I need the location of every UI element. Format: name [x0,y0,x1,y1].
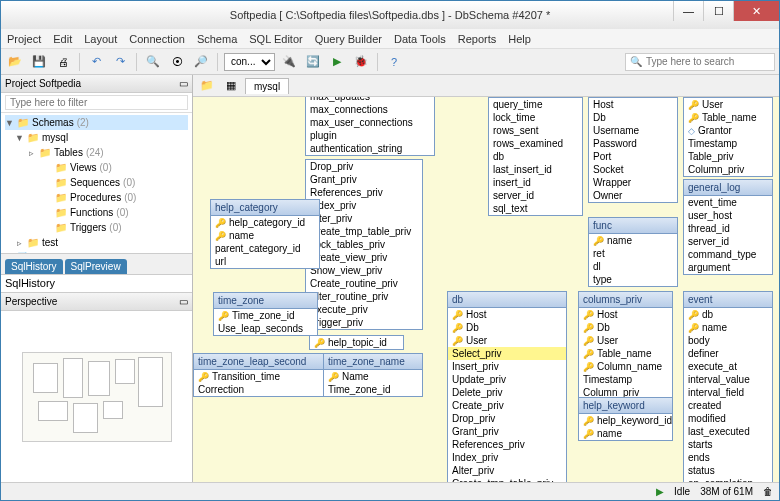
column-create_tmp_table_priv[interactable]: Create_tmp_table_priv [448,477,566,482]
menu-project[interactable]: Project [7,33,41,45]
menu-layout[interactable]: Layout [84,33,117,45]
menu-schema[interactable]: Schema [197,33,237,45]
column-drop_priv[interactable]: Drop_priv [448,412,566,425]
column-drop_priv[interactable]: Drop_priv [306,160,422,173]
column-dl[interactable]: dl [589,260,677,273]
table-header[interactable]: func [589,218,677,234]
column-rows_sent[interactable]: rows_sent [489,124,582,137]
connect-icon[interactable]: 🔌 [279,52,299,72]
column-grantor[interactable]: ◇Grantor [684,124,772,137]
debug-icon[interactable]: 🐞 [351,52,371,72]
table-header[interactable]: time_zone [214,293,317,309]
column-table_name[interactable]: 🔑Table_name [684,111,772,124]
redo-icon[interactable]: ↷ [110,52,130,72]
column-name[interactable]: 🔑name [589,234,677,247]
print-icon[interactable]: 🖨 [53,52,73,72]
table-time_zone[interactable]: time_zone🔑Time_zone_idUse_leap_seconds [213,292,318,336]
column-socket[interactable]: Socket [589,163,677,176]
column-argument[interactable]: argument [684,261,772,274]
menu-connection[interactable]: Connection [129,33,185,45]
column-max_user_connections[interactable]: max_user_connections [306,116,434,129]
table-t3[interactable]: query_timelock_timerows_sentrows_examine… [488,97,583,216]
perspective-minimap[interactable] [1,311,192,482]
column-parent_category_id[interactable]: parent_category_id [211,242,319,255]
column-timestamp[interactable]: Timestamp [684,137,772,150]
menu-sql-editor[interactable]: SQL Editor [249,33,302,45]
tab-sqlhistory[interactable]: SqlHistory [5,259,63,274]
table-t5[interactable]: 🔑User🔑Table_name◇GrantorTimestampTable_p… [683,97,773,177]
table-header[interactable]: help_category [211,200,319,216]
column-user[interactable]: 🔑User [684,98,772,111]
tab-mysql[interactable]: mysql [245,78,289,94]
table-help_category[interactable]: help_category🔑help_category_id🔑nameparen… [210,199,320,269]
column-definer[interactable]: definer [684,347,772,360]
table-header[interactable]: columns_priv [579,292,672,308]
zoom-out-icon[interactable]: 🔍 [143,52,163,72]
column-wrapper[interactable]: Wrapper [589,176,677,189]
minimize-button[interactable]: — [673,1,703,21]
column-help_category_id[interactable]: 🔑help_category_id [211,216,319,229]
column-password[interactable]: Password [589,137,677,150]
column-status[interactable]: status [684,464,772,477]
column-create_tmp_table_priv[interactable]: Create_tmp_table_priv [306,225,422,238]
column-grant_priv[interactable]: Grant_priv [306,173,422,186]
column-name[interactable]: 🔑name [684,321,772,334]
column-update_priv[interactable]: Update_priv [448,373,566,386]
column-references_priv[interactable]: References_priv [448,438,566,451]
column-body[interactable]: body [684,334,772,347]
menu-help[interactable]: Help [508,33,531,45]
column-created[interactable]: created [684,399,772,412]
column-user[interactable]: 🔑User [579,334,672,347]
diagram-canvas[interactable]: max_updatesmax_connectionsmax_user_conne… [193,97,779,482]
column-alter_routine_priv[interactable]: Alter_routine_priv [306,290,422,303]
table-header[interactable]: time_zone_name [324,354,422,370]
table-header[interactable]: db [448,292,566,308]
column-last_insert_id[interactable]: last_insert_id [489,163,582,176]
column-lock_tables_priv[interactable]: Lock_tables_priv [306,238,422,251]
table-t1[interactable]: max_updatesmax_connectionsmax_user_conne… [305,97,435,156]
column-max_connections[interactable]: max_connections [306,103,434,116]
menu-reports[interactable]: Reports [458,33,497,45]
column-authentication_string[interactable]: authentication_string [306,142,434,155]
column-insert_id[interactable]: insert_id [489,176,582,189]
column-insert_priv[interactable]: Insert_priv [448,360,566,373]
column-db[interactable]: 🔑db [684,308,772,321]
column-rows_examined[interactable]: rows_examined [489,137,582,150]
column-thread_id[interactable]: thread_id [684,222,772,235]
column-on_completion[interactable]: on_completion [684,477,772,482]
column-help_keyword_id[interactable]: 🔑help_keyword_id [579,414,672,427]
column-host[interactable]: 🔑Host [579,308,672,321]
search-input[interactable] [646,56,773,67]
column-create_routine_priv[interactable]: Create_routine_priv [306,277,422,290]
table-func[interactable]: func🔑nameretdltype [588,217,678,287]
layout-icon[interactable]: ▦ [221,76,241,96]
folder-icon[interactable]: 📁 [197,76,217,96]
menu-edit[interactable]: Edit [53,33,72,45]
table-time_zone_name[interactable]: time_zone_name🔑NameTime_zone_id [323,353,423,397]
column-time_zone_id[interactable]: Time_zone_id [324,383,422,396]
tab-sqlpreview[interactable]: SqlPreview [65,259,127,274]
table-help_topic[interactable]: 🔑help_topic_id [309,335,404,350]
column-server_id[interactable]: server_id [489,189,582,202]
column-delete_priv[interactable]: Delete_priv [448,386,566,399]
table-time_zone_leap_second[interactable]: time_zone_leap_second🔑Transition_timeCor… [193,353,328,397]
zoom-100-icon[interactable]: ⦿ [167,52,187,72]
column-index_priv[interactable]: Index_priv [448,451,566,464]
column-user_host[interactable]: user_host [684,209,772,222]
undo-icon[interactable]: ↶ [86,52,106,72]
collapse-icon[interactable]: ▭ [179,78,188,89]
column-execute_at[interactable]: execute_at [684,360,772,373]
column-db[interactable]: 🔑Db [448,321,566,334]
column-db[interactable]: db [489,150,582,163]
column-name[interactable]: 🔑Name [324,370,422,383]
column-interval_value[interactable]: interval_value [684,373,772,386]
tree-item-mysql[interactable]: ▼📁mysql [5,130,188,145]
table-header[interactable]: event [684,292,772,308]
zoom-in-icon[interactable]: 🔎 [191,52,211,72]
column-create_priv[interactable]: Create_priv [448,399,566,412]
trash-icon[interactable]: 🗑 [763,486,773,497]
save-icon[interactable]: 💾 [29,52,49,72]
column-host[interactable]: Host [589,98,677,111]
table-header[interactable]: general_log [684,180,772,196]
column-select_priv[interactable]: Select_priv [448,347,566,360]
